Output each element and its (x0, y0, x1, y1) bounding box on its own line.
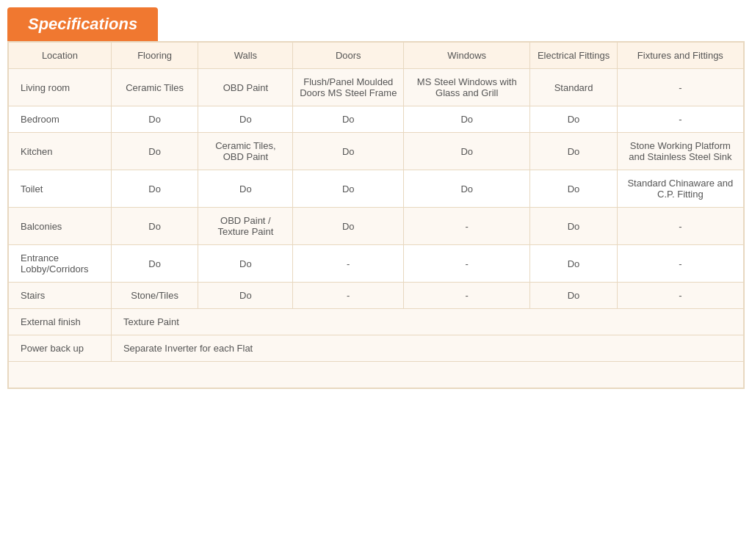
empty-cell (9, 362, 744, 388)
footer-row: Power back upSeparate Inverter for each … (9, 335, 744, 362)
col-header-windows: Windows (404, 43, 530, 69)
data-cell: Do (293, 106, 404, 133)
page-wrapper: Specifications Location Flooring Walls D… (0, 0, 752, 560)
table-row: Entrance Lobby/CorridorsDoDo--Do- (9, 245, 744, 283)
table-row: BalconiesDoOBD Paint / Texture PaintDo-D… (9, 208, 744, 245)
data-cell: Do (530, 245, 617, 283)
table-container: Location Flooring Walls Doors Windows El… (7, 41, 745, 389)
data-cell: MS Steel Windows with Glass and Grill (404, 69, 530, 106)
data-cell: Standard (530, 69, 617, 106)
footer-label: Power back up (9, 335, 112, 362)
data-cell: Do (530, 170, 617, 208)
data-cell: Stone Working Platform and Stainless Ste… (617, 133, 743, 170)
col-header-electrical: Electrical Fittings (530, 43, 617, 69)
page-title: Specifications (28, 15, 137, 33)
data-cell: - (617, 245, 743, 283)
data-cell: - (404, 283, 530, 309)
data-cell: Do (111, 208, 198, 245)
data-cell: Flush/Panel Moulded Doors MS Steel Frame (293, 69, 404, 106)
data-cell: Do (111, 133, 198, 170)
data-cell: Do (293, 208, 404, 245)
location-cell: Living room (9, 69, 112, 106)
data-cell: - (617, 106, 743, 133)
data-cell: - (617, 69, 743, 106)
data-cell: - (617, 208, 743, 245)
data-cell: Do (293, 170, 404, 208)
data-cell: Do (293, 133, 404, 170)
data-cell: - (404, 208, 530, 245)
footer-value: Texture Paint (111, 309, 743, 335)
data-cell: Do (198, 106, 293, 133)
table-row: ToiletDoDoDoDoDoStandard Chinaware and C… (9, 170, 744, 208)
footer-row: External finishTexture Paint (9, 309, 744, 335)
col-header-fixtures: Fixtures and Fittings (617, 43, 743, 69)
data-cell: OBD Paint / Texture Paint (198, 208, 293, 245)
data-cell: Do (198, 170, 293, 208)
data-cell: - (617, 283, 743, 309)
location-cell: Stairs (9, 283, 112, 309)
data-cell: Standard Chinaware and C.P. Fitting (617, 170, 743, 208)
data-cell: Do (404, 133, 530, 170)
location-cell: Balconies (9, 208, 112, 245)
table-row: KitchenDoCeramic Tiles, OBD PaintDoDoDoS… (9, 133, 744, 170)
data-cell: Do (111, 245, 198, 283)
table-row: BedroomDoDoDoDoDo- (9, 106, 744, 133)
location-cell: Bedroom (9, 106, 112, 133)
header: Specifications (7, 7, 158, 41)
location-cell: Entrance Lobby/Corridors (9, 245, 112, 283)
data-cell: Do (530, 133, 617, 170)
data-cell: Do (530, 208, 617, 245)
data-cell: Do (198, 245, 293, 283)
data-cell: Do (404, 170, 530, 208)
table-row: Living roomCeramic TilesOBD PaintFlush/P… (9, 69, 744, 106)
data-cell: Do (111, 170, 198, 208)
data-cell: Ceramic Tiles (111, 69, 198, 106)
footer-value: Separate Inverter for each Flat (111, 335, 743, 362)
table-header-row: Location Flooring Walls Doors Windows El… (9, 43, 744, 69)
location-cell: Toilet (9, 170, 112, 208)
col-header-walls: Walls (198, 43, 293, 69)
data-cell: OBD Paint (198, 69, 293, 106)
data-cell: Do (198, 283, 293, 309)
data-cell: Ceramic Tiles, OBD Paint (198, 133, 293, 170)
data-cell: - (293, 283, 404, 309)
empty-footer-row (9, 362, 744, 388)
data-cell: Do (404, 106, 530, 133)
table-row: StairsStone/TilesDo--Do- (9, 283, 744, 309)
col-header-flooring: Flooring (111, 43, 198, 69)
data-cell: Do (111, 106, 198, 133)
footer-label: External finish (9, 309, 112, 335)
specifications-table: Location Flooring Walls Doors Windows El… (8, 42, 744, 388)
data-cell: Stone/Tiles (111, 283, 198, 309)
location-cell: Kitchen (9, 133, 112, 170)
data-cell: Do (530, 106, 617, 133)
data-cell: Do (530, 283, 617, 309)
col-header-location: Location (9, 43, 112, 69)
col-header-doors: Doors (293, 43, 404, 69)
data-cell: - (293, 245, 404, 283)
data-cell: - (404, 245, 530, 283)
